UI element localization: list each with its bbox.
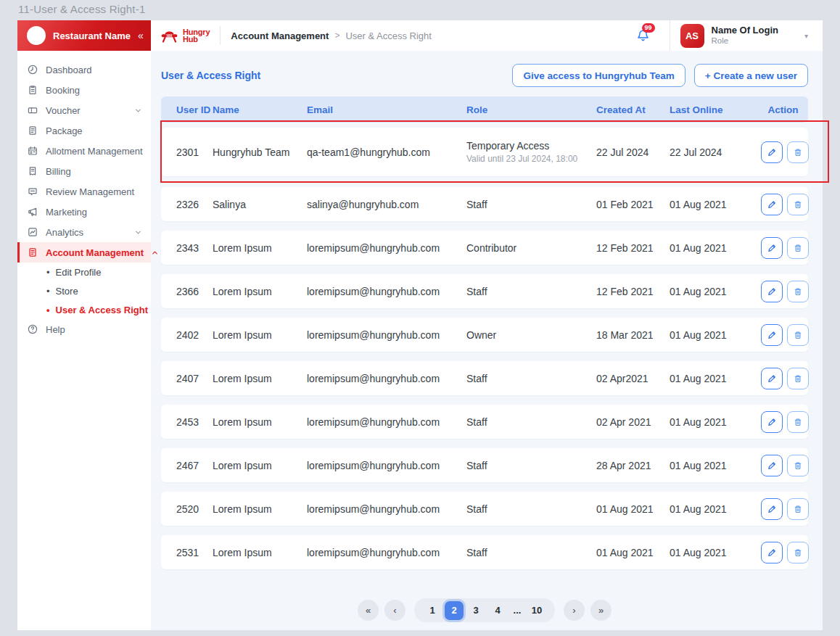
table-row: 2326 Salinya salinya@hungryhub.com Staff…: [161, 187, 808, 221]
cell-name: Lorem Ipsum: [213, 242, 307, 254]
delete-button[interactable]: [787, 455, 809, 476]
main-area: HH Hungry Hub Account Management > User …: [151, 20, 823, 630]
bullet-icon: •: [46, 286, 50, 297]
cell-action: [761, 194, 809, 215]
analytics-icon: [27, 226, 38, 238]
edit-button[interactable]: [761, 411, 783, 433]
cell-user-id: 2343: [176, 242, 213, 254]
cell-last-online: 01 Aug 2021: [670, 286, 761, 297]
cell-user-id: 2301: [176, 146, 213, 158]
delete-button[interactable]: [787, 542, 809, 563]
sidebar-item-booking[interactable]: Booking: [17, 80, 151, 100]
cell-role: Staff: [466, 416, 596, 428]
pagination-page-10[interactable]: 10: [527, 601, 546, 620]
pagination-prev-button[interactable]: ‹: [384, 600, 405, 621]
sidebar-item-label: Help: [46, 324, 65, 335]
cell-last-online: 22 Jul 2024: [670, 146, 761, 158]
sidebar-item-voucher[interactable]: Voucher: [17, 100, 151, 120]
sidebar-item-billing[interactable]: Billing: [17, 161, 151, 181]
chevron-down-icon: [134, 228, 142, 236]
user-avatar: AS: [680, 24, 704, 48]
edit-button[interactable]: [761, 455, 783, 476]
edit-button[interactable]: [761, 237, 783, 259]
pagination-last-button[interactable]: »: [590, 600, 612, 621]
sidebar-subitem-user-access-right[interactable]: • User & Access Right: [17, 300, 151, 319]
cell-last-online: 01 Aug 2021: [670, 547, 761, 558]
cell-email: loremipsum@hungryhub.com: [307, 416, 466, 428]
cell-created-at: 28 Apr 2021: [596, 460, 670, 471]
delete-button[interactable]: [787, 141, 809, 163]
cell-last-online: 01 Aug 2021: [670, 503, 761, 515]
cell-action: [761, 455, 809, 476]
sidebar-item-analytics[interactable]: Analytics: [17, 222, 151, 242]
breadcrumb: Account Management > User & Access Right: [231, 30, 432, 41]
sidebar-item-label: Booking: [46, 85, 80, 96]
edit-button[interactable]: [761, 498, 783, 520]
cell-role: Staff: [466, 547, 596, 558]
delete-button[interactable]: [787, 324, 809, 346]
hungryhub-logo-text: Hungry Hub: [183, 28, 210, 44]
cell-created-at: 22 Jul 2024: [596, 146, 670, 158]
cell-email: loremipsum@hungryhub.com: [307, 329, 466, 341]
cell-created-at: 01 Aug 2021: [596, 547, 670, 558]
trash-icon: [793, 199, 803, 210]
delete-button[interactable]: [787, 194, 809, 215]
user-menu[interactable]: AS Name Of Login Role ▾: [670, 24, 823, 48]
cell-email: salinya@hungryhub.com: [307, 199, 466, 210]
sidebar-item-dashboard[interactable]: Dashboard: [17, 59, 151, 80]
sidebar-item-label: Voucher: [46, 105, 81, 116]
delete-button[interactable]: [787, 237, 809, 259]
delete-button[interactable]: [787, 498, 809, 520]
col-header-last-online: Last Online: [670, 104, 761, 115]
edit-button[interactable]: [761, 141, 783, 163]
sidebar-item-help[interactable]: Help: [17, 319, 151, 339]
hungryhub-logo[interactable]: HH Hungry Hub: [160, 28, 210, 44]
table-row: 2402 Lorem Ipsum loremipsum@hungryhub.co…: [161, 318, 808, 352]
edit-button[interactable]: [761, 368, 783, 389]
pagination-page-2[interactable]: 2: [445, 601, 464, 620]
divider: [220, 26, 221, 45]
package-icon: [27, 125, 38, 136]
cell-role: Staff: [466, 460, 596, 471]
user-name: Name Of Login: [712, 25, 778, 36]
delete-button[interactable]: [787, 411, 809, 433]
breadcrumb-current: User & Access Right: [345, 30, 432, 41]
pencil-icon: [767, 548, 777, 558]
table-row: 2366 Lorem Ipsum loremipsum@hungryhub.co…: [161, 274, 808, 308]
delete-button[interactable]: [787, 368, 809, 389]
breadcrumb-separator: >: [334, 30, 339, 41]
cell-last-online: 01 Aug 2021: [670, 199, 761, 210]
pagination-page-1[interactable]: 1: [423, 601, 442, 620]
edit-button[interactable]: [761, 542, 783, 563]
content: User & Access Right Give access to Hungr…: [151, 51, 823, 630]
pagination-page-4[interactable]: 4: [488, 601, 507, 620]
sidebar-subitem-store[interactable]: • Store: [17, 281, 151, 300]
edit-button[interactable]: [761, 281, 783, 302]
col-header-email: Email: [307, 104, 466, 115]
sidebar-subitem-edit-profile[interactable]: • Edit Profile: [17, 263, 151, 281]
sidebar-item-marketing[interactable]: Marketing: [17, 202, 151, 222]
give-access-button[interactable]: Give access to Hungryhub Team: [512, 64, 685, 87]
sidebar-collapse-icon[interactable]: «: [138, 30, 144, 41]
sidebar-item-package[interactable]: Package: [17, 120, 151, 141]
breadcrumb-parent[interactable]: Account Management: [231, 30, 329, 41]
account-icon: [27, 247, 38, 258]
delete-button[interactable]: [787, 281, 809, 302]
sidebar-item-review-management[interactable]: Review Management: [17, 181, 151, 202]
notification-bell[interactable]: 99: [635, 28, 651, 43]
cell-user-id: 2531: [176, 547, 213, 558]
edit-button[interactable]: [761, 194, 783, 215]
pagination-next-button[interactable]: ›: [564, 600, 585, 621]
sidebar-item-label: Billing: [46, 166, 71, 177]
restaurant-avatar: [27, 26, 46, 45]
pagination-first-button[interactable]: «: [358, 600, 379, 621]
sidebar-item-allotment-management[interactable]: Allotment Management: [17, 141, 151, 161]
create-user-button[interactable]: + Create a new user: [694, 64, 808, 87]
cell-email: loremipsum@hungryhub.com: [307, 242, 466, 254]
cell-name: Salinya: [213, 199, 307, 210]
cell-name: Lorem Ipsum: [213, 416, 307, 428]
pagination-page-3[interactable]: 3: [466, 601, 485, 620]
edit-button[interactable]: [761, 324, 783, 346]
sidebar-item-account-management[interactable]: Account Management: [17, 242, 151, 263]
cell-name: Lorem Ipsum: [213, 373, 307, 384]
